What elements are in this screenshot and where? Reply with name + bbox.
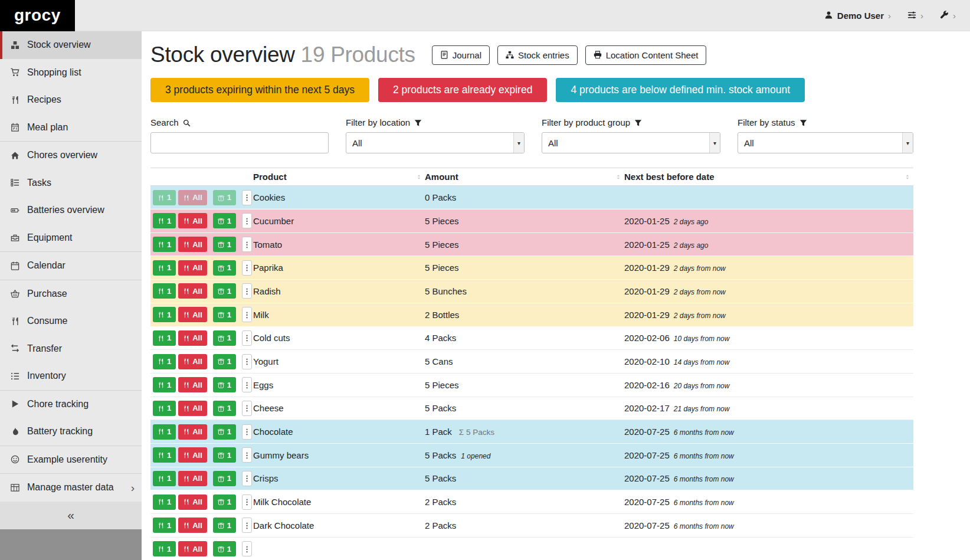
consume-all-button[interactable]: All [178,330,207,346]
consume-one-button[interactable]: 1 [153,518,176,533]
consume-one-button[interactable]: 1 [153,541,176,556]
open-one-button[interactable]: 1 [213,401,236,416]
open-one-button[interactable]: 1 [213,471,236,486]
row-menu-button[interactable]: ⋮ [242,190,252,205]
consume-one-button[interactable]: 1 [153,330,176,346]
sidebar-item-purchase[interactable]: Purchase [0,280,142,308]
admin-menu[interactable]: › [940,11,956,21]
info-banner[interactable]: 4 products are below defined min. stock … [556,78,805,102]
open-one-button[interactable]: 1 [213,541,236,556]
open-one-button[interactable]: 1 [213,307,236,322]
consume-one-button[interactable]: 1 [153,494,176,510]
open-one-button[interactable]: 1 [213,447,236,463]
open-one-button[interactable]: 1 [213,260,236,276]
row-menu-button[interactable]: ⋮ [242,494,252,510]
consume-one-button[interactable]: 1 [153,190,176,205]
sidebar-item-batteries-overview[interactable]: Batteries overview [0,197,142,224]
row-menu-button[interactable]: ⋮ [242,330,252,346]
location-filter-select[interactable]: All ▾ [346,132,525,153]
open-one-button[interactable]: 1 [213,330,236,346]
consume-one-button[interactable]: 1 [153,213,176,228]
open-one-button[interactable]: 1 [213,518,236,533]
consume-one-button[interactable]: 1 [153,401,176,416]
stock-entries-button[interactable]: Stock entries [497,45,578,65]
row-menu-button[interactable]: ⋮ [242,518,252,533]
row-actions: 1 All 1 ⋮ [150,307,253,322]
open-one-button[interactable]: 1 [213,354,236,369]
consume-one-button[interactable]: 1 [153,283,176,299]
brand-logo[interactable]: grocy [0,0,75,31]
consume-all-button[interactable]: All [178,494,207,510]
row-menu-button[interactable]: ⋮ [242,213,252,228]
open-one-button[interactable]: 1 [213,424,236,440]
sidebar-item-stock-overview[interactable]: Stock overview [0,31,142,59]
consume-all-button[interactable]: All [178,471,207,486]
consume-all-button[interactable]: All [178,283,207,299]
consume-all-button[interactable]: All [178,377,207,392]
sidebar-item-tasks[interactable]: Tasks [0,169,142,197]
sidebar-item-chore-tracking[interactable]: Chore tracking [0,391,142,418]
consume-all-button[interactable]: All [178,307,207,322]
consume-all-button[interactable]: All [178,447,207,463]
row-menu-button[interactable]: ⋮ [242,401,252,416]
consume-all-button[interactable]: All [178,424,207,440]
sidebar-item-example-userentity[interactable]: Example userentity [0,446,142,474]
row-menu-button[interactable]: ⋮ [242,237,252,252]
column-header-date[interactable]: Next best before date [624,168,913,185]
user-menu[interactable]: Demo User › [824,11,891,21]
sidebar-item-meal-plan[interactable]: Meal plan [0,114,142,142]
sidebar-item-manage-master-data[interactable]: Manage master data› [0,474,142,502]
consume-all-button[interactable]: All [178,518,207,533]
consume-one-button[interactable]: 1 [153,260,176,276]
row-menu-button[interactable]: ⋮ [242,283,252,299]
consume-all-button[interactable]: All [178,541,207,556]
open-one-button[interactable]: 1 [213,213,236,228]
journal-button[interactable]: Journal [432,45,490,65]
sidebar-item-recipes[interactable]: Recipes [0,86,142,114]
column-header-product[interactable]: Product [253,168,425,185]
consume-all-button[interactable]: All [178,260,207,276]
row-menu-button[interactable]: ⋮ [242,471,252,486]
consume-one-button[interactable]: 1 [153,447,176,463]
warning-banner[interactable]: 3 products expiring within the next 5 da… [150,78,369,102]
open-one-button[interactable]: 1 [213,190,236,205]
consume-one-button[interactable]: 1 [153,307,176,322]
product-group-filter-select[interactable]: All ▾ [542,132,720,153]
row-menu-button[interactable]: ⋮ [242,541,252,556]
location-content-sheet-button[interactable]: Location Content Sheet [585,45,707,65]
row-menu-button[interactable]: ⋮ [242,354,252,369]
sidebar-collapse-button[interactable]: « [0,502,142,529]
search-input[interactable] [150,132,329,153]
row-menu-button[interactable]: ⋮ [242,307,252,322]
row-menu-button[interactable]: ⋮ [242,424,252,440]
sidebar-item-chores-overview[interactable]: Chores overview [0,142,142,169]
consume-all-button[interactable]: All [178,213,207,228]
consume-all-button[interactable]: All [178,190,207,205]
settings-menu[interactable]: › [907,11,923,21]
row-menu-button[interactable]: ⋮ [242,260,252,276]
consume-one-button[interactable]: 1 [153,424,176,440]
consume-all-button[interactable]: All [178,237,207,252]
sidebar-item-battery-tracking[interactable]: Battery tracking [0,418,142,446]
open-one-button[interactable]: 1 [213,494,236,510]
consume-one-button[interactable]: 1 [153,354,176,369]
consume-one-button[interactable]: 1 [153,377,176,392]
sidebar-item-equipment[interactable]: Equipment [0,224,142,252]
open-one-button[interactable]: 1 [213,377,236,392]
status-filter-select[interactable]: All ▾ [738,132,913,153]
danger-banner[interactable]: 2 products are already expired [378,78,547,102]
consume-all-button[interactable]: All [178,401,207,416]
consume-one-button[interactable]: 1 [153,237,176,252]
sidebar-item-shopping-list[interactable]: Shopping list [0,59,142,87]
open-one-button[interactable]: 1 [213,237,236,252]
consume-one-button[interactable]: 1 [153,471,176,486]
sidebar-item-transfer[interactable]: Transfer [0,335,142,363]
row-menu-button[interactable]: ⋮ [242,377,252,392]
sidebar-item-consume[interactable]: Consume [0,307,142,335]
consume-all-button[interactable]: All [178,354,207,369]
open-one-button[interactable]: 1 [213,283,236,299]
sidebar-item-calendar[interactable]: Calendar [0,252,142,280]
column-header-amount[interactable]: Amount [425,168,624,185]
sidebar-item-inventory[interactable]: Inventory [0,362,142,390]
row-menu-button[interactable]: ⋮ [242,447,252,463]
